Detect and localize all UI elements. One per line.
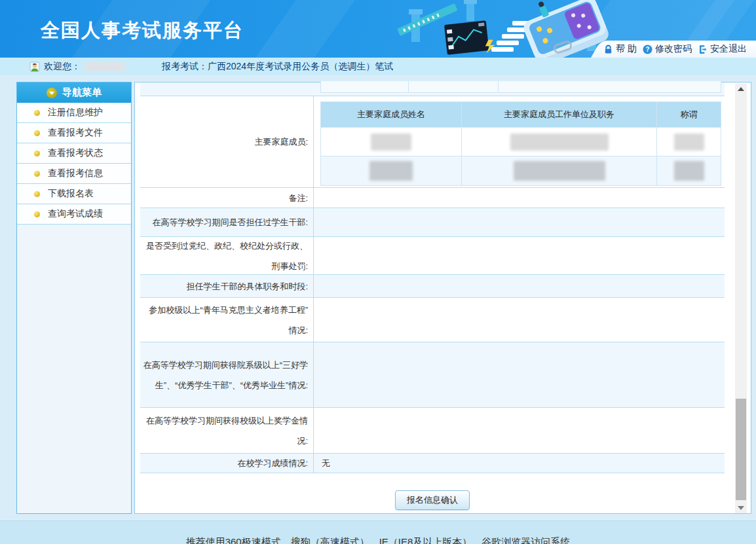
- sidebar-item-registration-info[interactable]: 注册信息维护: [17, 103, 131, 123]
- field-label: 在高等学校学习期间获得校级以上奖学金情况:: [140, 408, 314, 453]
- col-header-name: 主要家庭成员姓名: [321, 102, 461, 127]
- family-table-row: [321, 127, 721, 156]
- sidebar-item-download-form[interactable]: 下载报名表: [17, 184, 131, 204]
- clipped-cell: [409, 81, 499, 92]
- header-illustration: [393, 0, 609, 58]
- field-label: 是否受到过党纪、政纪、校纪处分或行政、刑事处罚:: [140, 237, 314, 274]
- form-row-scholarship: 在高等学校学习期间获得校级以上奖学金情况:: [140, 408, 725, 454]
- logout-icon: [698, 45, 708, 54]
- field-value: [314, 275, 725, 297]
- field-label: 在高等学校学习期间获得院系级以上“三好学生”、“优秀学生干部”、“优秀毕业生”情…: [140, 342, 314, 407]
- field-value: 无: [314, 454, 725, 473]
- bullet-icon: [34, 110, 40, 116]
- field-value: [314, 208, 725, 236]
- clipped-table-remnant: [320, 81, 721, 93]
- page-footer: 推荐使用360极速模式、搜狗（高速模式）、IE（IE8及以上版本）、谷歌浏览器访…: [0, 520, 756, 544]
- family-table-header: 主要家庭成员姓名 主要家庭成员工作单位及职务 称谓: [321, 102, 721, 127]
- family-members-row: 主要家庭成员: 主要家庭成员姓名 主要家庭成员工作单位及职务 称谓: [140, 96, 725, 188]
- sidebar-item-exam-documents[interactable]: 查看报考文件: [17, 123, 131, 143]
- family-members-label: 主要家庭成员:: [140, 96, 314, 187]
- scroll-up-icon[interactable]: [735, 83, 747, 94]
- redacted-value: [514, 161, 605, 181]
- family-table-row: [321, 156, 721, 185]
- field-value: [314, 342, 725, 407]
- help-label: 帮 助: [616, 43, 637, 55]
- sidebar-item-label: 注册信息维护: [48, 107, 103, 118]
- logout-button[interactable]: 安全退出: [698, 43, 747, 55]
- sidebar-item-label: 查看报考信息: [48, 168, 103, 179]
- header-decor-streak: [245, 0, 364, 58]
- help-button[interactable]: 帮 助: [603, 43, 637, 55]
- sidebar-item-label: 查看报考文件: [48, 127, 103, 139]
- col-header-workunit: 主要家庭成员工作单位及职务: [461, 102, 657, 127]
- confirm-button-row: 报名信息确认: [140, 490, 725, 510]
- svg-text:?: ?: [645, 46, 649, 53]
- form-row-honors: 在高等学校学习期间获得院系级以上“三好学生”、“优秀学生干部”、“优秀毕业生”情…: [140, 342, 725, 408]
- bullet-icon: [34, 211, 40, 217]
- app-header: 全国人事考试服务平台: [0, 0, 756, 58]
- user-avatar-icon: [29, 62, 40, 72]
- field-value: [314, 188, 725, 208]
- clipped-cell: [321, 81, 409, 92]
- family-members-table: 主要家庭成员姓名 主要家庭成员工作单位及职务 称谓: [320, 101, 721, 186]
- sidebar-item-label: 查询考试成绩: [48, 208, 103, 220]
- lock-icon: [603, 45, 613, 54]
- logout-label: 安全退出: [710, 43, 747, 55]
- form-row-grades: 在校学习成绩情况: 无: [140, 454, 725, 473]
- form-row-student-cadre: 在高等学校学习期间是否担任过学生干部:: [140, 208, 725, 237]
- bullet-icon: [34, 151, 40, 156]
- welcome-bar: 欢迎您： 报考考试：广西2024年度考试录用公务员（选调生）笔试: [0, 58, 756, 75]
- bullet-icon: [34, 171, 40, 177]
- form-row-remarks: 备注:: [140, 188, 725, 208]
- field-label: 参加校级以上“青年马克思主义者培养工程”情况:: [140, 298, 314, 342]
- sidebar-item-exam-status[interactable]: 查看报考状态: [17, 143, 131, 164]
- main-content-panel: 主要家庭成员: 主要家庭成员姓名 主要家庭成员工作单位及职务 称谓: [134, 82, 751, 514]
- field-value: [314, 298, 725, 342]
- header-action-bar: 帮 助 ? 修改密码 安全退出: [591, 41, 756, 58]
- change-password-label: 修改密码: [655, 43, 692, 55]
- field-value: [314, 237, 725, 274]
- form-row-disciplinary: 是否受到过党纪、政纪、校纪处分或行政、刑事处罚:: [140, 237, 725, 275]
- sidebar-item-exam-info[interactable]: 查看报考信息: [17, 164, 131, 184]
- form-row-cadre-duty: 担任学生干部的具体职务和时段:: [140, 275, 725, 298]
- scrollbar[interactable]: [735, 83, 747, 513]
- redacted-username: [85, 62, 125, 71]
- field-label: 在校学习成绩情况:: [140, 454, 314, 473]
- sidebar-item-label: 查看报考状态: [48, 147, 103, 159]
- sidebar-header: 导航菜单: [17, 82, 131, 103]
- sidebar-item-exam-results[interactable]: 查询考试成绩: [17, 204, 131, 225]
- sidebar-item-label: 下载报名表: [48, 188, 94, 200]
- col-header-relation: 称谓: [657, 102, 721, 127]
- registration-form-table: 主要家庭成员: 主要家庭成员姓名 主要家庭成员工作单位及职务 称谓: [140, 82, 725, 473]
- exam-title: 报考考试：广西2024年度考试录用公务员（选调生）笔试: [162, 61, 393, 73]
- sidebar-header-label: 导航菜单: [62, 86, 102, 99]
- clipped-table-row: [140, 82, 725, 96]
- question-icon: ?: [643, 45, 652, 54]
- bullet-icon: [34, 191, 40, 197]
- form-row-marxism-program: 参加校级以上“青年马克思主义者培养工程”情况:: [140, 298, 725, 342]
- change-password-button[interactable]: ? 修改密码: [643, 43, 692, 55]
- redacted-value: [510, 134, 609, 151]
- redacted-value: [371, 134, 411, 151]
- bullet-icon: [34, 130, 40, 136]
- chevron-down-icon: [47, 88, 57, 98]
- welcome-greeting: 欢迎您：: [44, 61, 81, 73]
- scrollbar-thumb[interactable]: [736, 399, 746, 500]
- field-value: [314, 408, 725, 453]
- redacted-value: [369, 161, 413, 181]
- sidebar: 导航菜单 注册信息维护 查看报考文件 查看报考状态 查看报考信息 下载报名表 查…: [16, 82, 132, 514]
- redacted-value: [674, 134, 704, 151]
- field-label: 备注:: [140, 188, 314, 208]
- redacted-value: [674, 161, 704, 181]
- scroll-down-icon[interactable]: [735, 502, 747, 513]
- field-label: 在高等学校学习期间是否担任过学生干部:: [140, 208, 314, 236]
- site-title: 全国人事考试服务平台: [41, 18, 244, 44]
- field-label: 担任学生干部的具体职务和时段:: [140, 275, 314, 297]
- confirm-registration-button[interactable]: 报名信息确认: [395, 490, 470, 510]
- browser-recommendation: 推荐使用360极速模式、搜狗（高速模式）、IE（IE8及以上版本）、谷歌浏览器访…: [186, 536, 571, 544]
